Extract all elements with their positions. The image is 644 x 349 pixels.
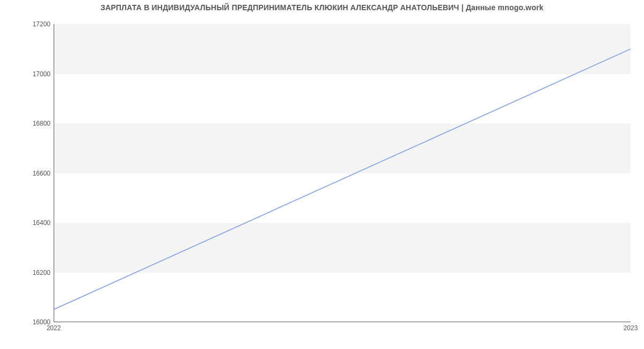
y-tick-label: 17200 bbox=[2, 20, 50, 28]
line-series bbox=[54, 49, 631, 309]
y-tick-label: 17000 bbox=[2, 70, 50, 78]
y-tick-label: 16000 bbox=[2, 318, 50, 326]
chart-container: ЗАРПЛАТА В ИНДИВИДУАЛЬНЫЙ ПРЕДПРИНИМАТЕЛ… bbox=[0, 0, 644, 349]
y-tick-label: 16200 bbox=[2, 269, 50, 277]
x-tick-label: 2022 bbox=[47, 324, 61, 332]
chart-title: ЗАРПЛАТА В ИНДИВИДУАЛЬНЫЙ ПРЕДПРИНИМАТЕЛ… bbox=[0, 3, 644, 12]
y-tick-label: 16800 bbox=[2, 120, 50, 127]
line-series-svg bbox=[54, 24, 631, 322]
x-tick-label: 2023 bbox=[624, 324, 638, 332]
y-tick-label: 16600 bbox=[2, 170, 50, 177]
plot-area bbox=[54, 24, 631, 322]
y-tick-label: 16400 bbox=[2, 219, 50, 227]
